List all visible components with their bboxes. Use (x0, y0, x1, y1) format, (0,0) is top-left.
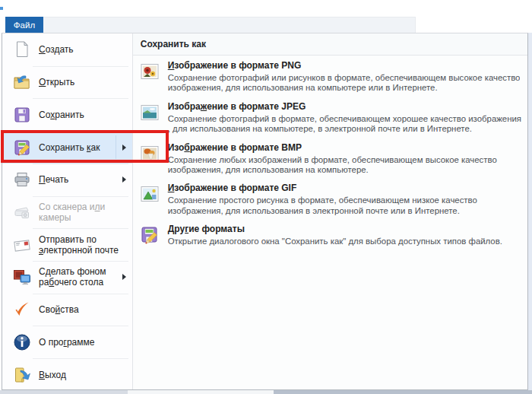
menu-item-label: Открыть (39, 77, 74, 87)
menu-item-label: Сохранить как (39, 142, 100, 153)
submenu-item-jpeg[interactable]: Изображение в формате JPEG Сохранение фо… (133, 97, 527, 138)
gif-image-icon (140, 184, 161, 207)
bmp-image-icon (140, 144, 161, 167)
submenu-item-gif[interactable]: Изображение в формате GIF Сохранение про… (133, 178, 527, 219)
menu-item-new[interactable]: Создать (2, 33, 132, 66)
window-edge-strip (528, 33, 532, 390)
menu-item-desktop-background[interactable]: Сделать фоном рабочего стола (2, 261, 132, 294)
menu-item-label: Создать (39, 44, 74, 55)
desktop-background-icon (11, 266, 33, 288)
scanner-icon (11, 202, 33, 223)
submenu-item-description: Открытие диалогового окна "Сохранить как… (168, 237, 502, 246)
menu-item-properties[interactable]: Свойства (2, 294, 132, 326)
email-icon (11, 234, 33, 256)
submenu-item-description: Сохранение любых изображений в формате, … (168, 155, 497, 176)
submenu-item-description: Сохранение фотографий или рисунков в фор… (168, 73, 521, 94)
menu-item-open[interactable]: Открыть (2, 66, 132, 99)
print-icon (11, 169, 33, 190)
open-folder-icon (11, 71, 33, 93)
submenu-item-title: Изображение в формате PNG (168, 60, 521, 71)
file-menu-tab[interactable]: Файл (5, 17, 43, 33)
menu-item-save[interactable]: Сохранить (2, 98, 132, 131)
menu-item-label: Со сканера или камеры (39, 202, 132, 223)
submenu-item-other-formats[interactable]: Другие форматы Открытие диалогового окна… (133, 219, 527, 259)
submenu-item-title: Изображение в формате JPEG (168, 101, 521, 112)
submenu-item-description: Сохранение простого рисунка в формате, о… (168, 195, 477, 216)
submenu-arrow-icon (122, 176, 126, 183)
new-document-icon (11, 39, 33, 60)
other-formats-icon (140, 225, 161, 248)
save-icon (11, 104, 33, 126)
menu-item-about[interactable]: О программе (2, 326, 132, 358)
menu-item-save-as[interactable]: Сохранить как (2, 131, 132, 164)
canvas-scrollbar-strip (0, 390, 532, 394)
file-menu-dropdown: Создать Открыть (2, 33, 528, 390)
menu-item-label: О программе (39, 337, 94, 348)
submenu-item-title: Изображение в формате BMP (168, 142, 497, 153)
submenu-item-title: Изображение в формате GIF (168, 183, 477, 193)
menu-item-email[interactable]: Отправить по электронной почте (2, 228, 132, 261)
menu-item-label: Свойства (39, 304, 79, 315)
submenu-arrow-icon (122, 145, 126, 151)
exit-icon (11, 364, 33, 386)
menu-item-label: Печать (39, 174, 68, 185)
ribbon-tab-strip (5, 17, 416, 33)
menu-item-exit[interactable]: Выход (2, 358, 132, 391)
submenu-item-title: Другие форматы (168, 224, 502, 234)
submenu-item-png[interactable]: Изображение в формате PNG Сохранение фот… (133, 56, 527, 97)
file-menu-pane: Создать Открыть (2, 33, 132, 389)
menu-item-print[interactable]: Печать (2, 164, 132, 196)
menu-item-label: Сохранить (39, 110, 84, 120)
menu-item-label: Отправить по электронной почте (39, 234, 132, 256)
submenu-divider-line (116, 135, 116, 159)
png-image-icon (140, 62, 161, 84)
submenu-header: Сохранить как (133, 33, 527, 56)
menu-item-scanner: Со сканера или камеры (2, 196, 132, 229)
submenu-arrow-icon (122, 274, 126, 280)
submenu-item-bmp[interactable]: Изображение в формате BMP Сохранение люб… (133, 138, 527, 179)
submenu-item-description: Сохранение фотографий в формате, обеспеч… (168, 114, 521, 135)
window-border-artifact (0, 7, 3, 10)
paint-window: Файл Создать (0, 0, 532, 394)
properties-check-icon (11, 299, 33, 320)
save-as-icon (11, 137, 33, 158)
save-as-submenu-pane: Сохранить как Изображение в формате PNG (132, 33, 527, 389)
menu-item-label: Сделать фоном рабочего стола (39, 266, 132, 288)
menu-item-label: Выход (39, 370, 66, 380)
jpeg-image-icon (140, 103, 161, 126)
about-info-icon (11, 332, 33, 353)
